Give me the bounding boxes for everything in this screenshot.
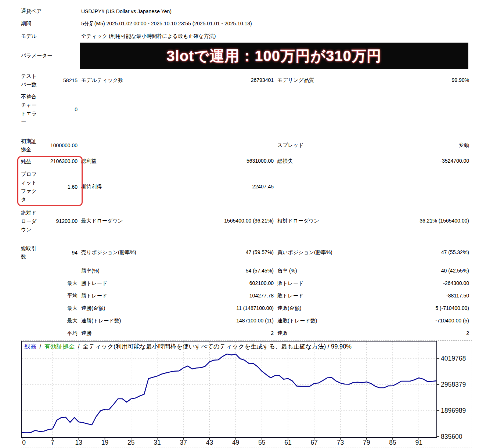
stat-label: スプレッド <box>277 142 304 149</box>
stat-value: 26793401 <box>251 77 274 84</box>
x-axis-label: 19 <box>101 439 108 447</box>
stat-value: 47 (55.32%) <box>441 249 469 256</box>
chart-description: 全ティック(利用可能な最小時間枠を使いすべてのティックを生成する、最も正確な方法… <box>83 343 352 350</box>
stat-label: 初期証拠金 <box>21 137 39 154</box>
stat-value: -88117.50 <box>446 293 469 299</box>
stat-value: 22407.45 <box>252 184 274 190</box>
model-value: 全ティック (利用可能な最小時間枠による最も正確な方法) <box>81 33 469 40</box>
stat-row-win-rate: 勝率(%)54 (57.45%) 負率 (%)40 (42.55%) <box>21 265 469 277</box>
stat-label: モデリング品質 <box>277 77 314 84</box>
stat-value: 104277.78 <box>249 293 274 299</box>
y-axis-label: 2958379 <box>441 381 466 389</box>
stat-row-average-consecutive: 平均 連勝2 連敗2 <box>21 327 469 340</box>
x-axis-label: 7 <box>51 439 54 447</box>
stat-row-total-trades: 総取引数 94 売りポジション(勝率%)47 (59.57%) 買いポジション(… <box>21 241 469 265</box>
x-axis-label: 61 <box>284 439 291 447</box>
x-axis-label: 37 <box>180 439 187 447</box>
x-axis-label: 43 <box>206 439 213 447</box>
stat-label: 勝トレード <box>81 280 107 287</box>
x-axis-label: 49 <box>232 439 239 447</box>
stat-label: 総取引数 <box>21 244 39 261</box>
symbol-label: 通貨ペア <box>21 8 81 15</box>
stat-value: 1487100.00 (11) <box>236 318 274 324</box>
stat-label: 期待利得 <box>81 184 102 190</box>
period-row: 期間 5分足(M5) 2025.01.02 00:00 - 2025.10.10… <box>21 18 469 30</box>
stat-value: 1.60 <box>39 184 78 190</box>
stat-label: 敗トレード <box>277 293 303 299</box>
parameters-row: パラメーター 3lotで運用：100万円が310万円 <box>21 43 469 69</box>
x-axis-label: 67 <box>311 439 318 447</box>
stat-row-profit-factor: プロフィットファクタ 1.60 期待利得22407.45 <box>21 169 469 205</box>
stat-label: 不整合チャートエラー <box>21 93 39 126</box>
y-axis-label: 1896989 <box>441 407 466 415</box>
stat-label: 総損失 <box>277 158 293 165</box>
x-axis-label: 85 <box>389 439 396 447</box>
stat-row-average-trade: 平均 勝トレード104277.78 敗トレード-88117.50 <box>21 290 469 302</box>
banner-text: 3lotで運用：100万円が310万円 <box>166 46 381 66</box>
stat-label: 連勝(トレード数) <box>81 318 121 324</box>
stat-label: 連勝(金額) <box>81 305 105 312</box>
stat-value: 5 (-710400.00) <box>435 305 469 312</box>
stat-row-max-consecutive-count: 最大 連勝(トレード数)1487100.00 (11) 連敗(トレード数)-71… <box>21 315 469 327</box>
legend-equity-label: 有効証拠金 <box>44 343 75 350</box>
stat-label: 最大ドローダウン <box>81 218 123 224</box>
stat-label: 勝トレード <box>81 293 107 299</box>
balance-line <box>22 354 436 433</box>
stat-value: -264300.00 <box>443 280 469 287</box>
stat-label: 負率 (%) <box>277 268 297 274</box>
stat-label: 連敗(トレード数) <box>277 318 317 324</box>
stat-label: 平均 <box>39 293 78 299</box>
stat-label: 買いポジション(勝率%) <box>277 249 332 256</box>
stat-label: 最大 <box>39 318 78 324</box>
stat-label: 最大 <box>39 280 78 287</box>
model-label: モデル <box>21 33 81 40</box>
stat-value: 2 <box>466 330 469 337</box>
stat-value: 94 <box>39 250 78 256</box>
x-axis-label: 13 <box>75 439 82 447</box>
stat-value: 1565400.00 (36.21%) <box>224 218 274 224</box>
stat-row-initial-deposit: 初期証拠金 1000000.00 スプレッド変動 <box>21 137 469 154</box>
stat-value: 54 (57.45%) <box>246 268 274 274</box>
stat-label: 連敗(金額) <box>277 305 301 312</box>
model-row: モデル 全ティック (利用可能な最小時間枠による最も正確な方法) <box>21 30 469 43</box>
stat-value: 99.90% <box>452 77 469 84</box>
stat-value: 11 (1487100.00) <box>236 305 274 312</box>
stat-value: 91200.00 <box>39 218 78 224</box>
y-axis-labels: 401976829583791896989835600 <box>437 341 472 438</box>
symbol-row: 通貨ペア USDJPY# (US Dollar vs Japanese Yen) <box>21 5 469 18</box>
x-axis-label: 55 <box>258 439 265 447</box>
stat-value: -3524700.00 <box>440 158 469 165</box>
x-axis-label: 0 <box>22 439 26 447</box>
x-axis-label: 79 <box>363 439 370 447</box>
chart-legend: 残高 / 有効証拠金 / 全ティック(利用可能な最小時間枠を使いすべてのティック… <box>24 343 352 351</box>
balance-curve-svg <box>22 342 436 437</box>
stat-value: 2106300.00 <box>39 158 78 164</box>
period-value: 5分足(M5) 2025.01.02 00:00 - 2025.10.10 23… <box>81 21 469 27</box>
legend-separator: / <box>76 343 81 350</box>
legend-balance-label: 残高 <box>24 343 36 350</box>
stat-row-largest-trade: 最大 勝トレード602100.00 敗トレード-264300.00 <box>21 277 469 290</box>
stat-label: 純益 <box>21 157 39 166</box>
backtest-report-page: 通貨ペア USDJPY# (US Dollar vs Japanese Yen)… <box>0 0 469 448</box>
stat-label: 最大 <box>39 305 78 312</box>
period-label: 期間 <box>21 21 81 27</box>
stat-value: 5631000.00 <box>246 158 274 165</box>
stat-value: 1000000.00 <box>39 142 78 148</box>
symbol-value: USDJPY# (US Dollar vs Japanese Yen) <box>81 8 469 14</box>
x-axis-label: 31 <box>154 439 161 447</box>
stat-label: 連勝 <box>81 330 91 337</box>
parameters-label: パラメーター <box>21 53 80 59</box>
stat-row-net-profit: 純益 2106300.00 総利益5631000.00 総損失-3524700.… <box>21 154 469 169</box>
stat-label: モデルティック数 <box>81 77 123 84</box>
stat-row-mismatched-errors: 不整合チャートエラー 0 <box>21 92 469 127</box>
stat-label: 売りポジション(勝率%) <box>81 249 136 256</box>
stat-value: 36.21% (1565400.00) <box>420 218 469 224</box>
stat-value: 602100.00 <box>249 280 274 287</box>
stat-label: 連敗 <box>277 330 288 337</box>
stat-row-max-consecutive-amount: 最大 連勝(金額)11 (1487100.00) 連敗(金額)5 (-71040… <box>21 302 469 315</box>
stat-label: 勝率(%) <box>81 268 100 274</box>
stat-value: 変動 <box>459 142 469 149</box>
chart-plot-area: 残高 / 有効証拠金 / 全ティック(利用可能な最小時間枠を使いすべてのティック… <box>21 341 437 438</box>
stat-value: 40 (42.55%) <box>441 268 469 274</box>
stat-value: 58215 <box>39 77 78 83</box>
